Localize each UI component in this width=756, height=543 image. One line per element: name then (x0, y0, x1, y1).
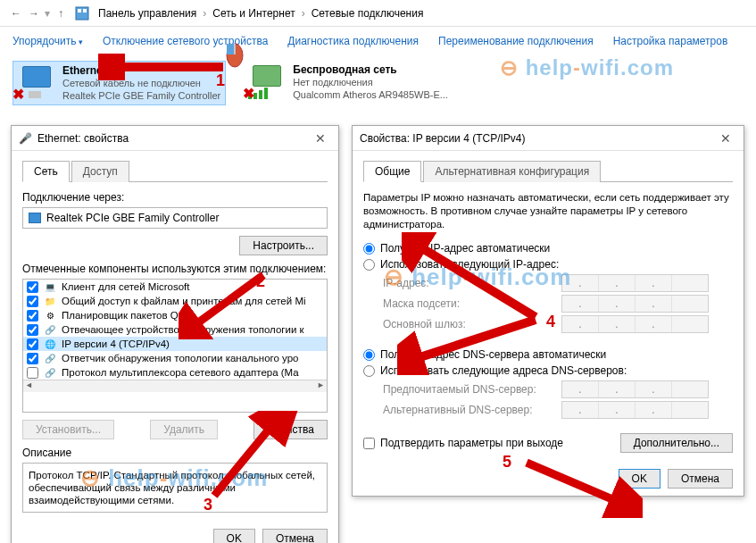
adapter-box: Realtek PCIe GBE Family Controller (22, 207, 328, 229)
list-item: 🔗Отвечающее устройство обнаружения топол… (23, 322, 327, 337)
settings-link[interactable]: Настройка параметров (613, 35, 728, 47)
ok-button[interactable]: OK (213, 529, 255, 543)
share-icon: 📁 (44, 295, 56, 307)
annotation-2: 2 (256, 272, 265, 291)
tab-access[interactable]: Доступ (71, 161, 129, 182)
tab-network[interactable]: Сеть (22, 161, 70, 182)
mux-icon: 🔗 (44, 366, 56, 379)
dns-alt-input: ... (561, 401, 709, 419)
arrow-5 (518, 455, 643, 518)
connect-via-label: Подключение через: (22, 191, 328, 204)
annotation-3: 3 (204, 496, 212, 514)
svg-line-8 (214, 420, 277, 496)
list-item: 💻Клиент для сетей Microsoft (23, 280, 327, 294)
diagnose-link[interactable]: Диагностика подключения (287, 35, 419, 47)
list-item: ⚙Планировщик пакетов QoS (23, 308, 327, 322)
nav-up[interactable]: ↑ (52, 4, 70, 22)
tab-alt-config[interactable]: Альтернативная конфигурация (423, 161, 601, 182)
close-icon[interactable]: ✕ (715, 131, 736, 146)
subnet-mask-input: ... (561, 295, 709, 313)
nav-fwd[interactable]: → (25, 4, 43, 22)
cancel-button[interactable]: Отмена (262, 529, 328, 543)
nav-back[interactable]: ← (7, 4, 25, 22)
svg-line-9 (411, 241, 536, 317)
tab-general[interactable]: Общие (363, 161, 421, 182)
dns-pref-input: ... (561, 380, 709, 398)
toolbar: Упорядочить Отключение сетевого устройст… (0, 27, 756, 55)
svg-line-11 (527, 463, 625, 505)
rename-link[interactable]: Переименование подключения (438, 35, 594, 47)
arrow-1 (98, 54, 232, 80)
ipv4-icon: 🌐 (44, 338, 56, 350)
confirm-on-exit-checkbox[interactable] (363, 438, 375, 449)
client-icon: 💻 (44, 280, 56, 293)
list-item: 🔗Ответчик обнаружения топологии канально… (23, 351, 327, 365)
scrollbar-horizontal[interactable]: ◄► (23, 380, 327, 392)
close-icon[interactable]: ✕ (310, 131, 331, 146)
svg-rect-2 (83, 9, 87, 13)
arrow-4b (397, 313, 553, 375)
dialog-title: Свойства: IP версии 4 (TCP/IPv4) (360, 132, 526, 145)
components-label: Отмеченные компоненты используются этим … (22, 263, 328, 275)
wifi-icon: ✖ (248, 63, 286, 99)
svg-rect-1 (78, 9, 81, 13)
connection-wifi[interactable]: ✖ Беспроводная сеть Нет подключения Qual… (244, 61, 453, 105)
ethernet-icon: ✖ (18, 64, 55, 100)
ip-manual-radio[interactable] (363, 259, 375, 271)
lltd-icon: 🔗 (44, 323, 56, 336)
responder-icon: 🔗 (44, 352, 56, 364)
dialog-title: Ethernet: свойства (37, 132, 129, 145)
annotation-4: 4 (546, 313, 555, 331)
conn-adapter: Realtek PCIe GBE Family Controller (62, 89, 220, 102)
ip-auto-radio[interactable] (363, 243, 375, 255)
advanced-button[interactable]: Дополнительно... (620, 433, 733, 453)
organize-menu[interactable]: Упорядочить (12, 35, 83, 47)
control-panel-icon (75, 6, 89, 21)
gateway-input: ... (561, 315, 709, 333)
install-button[interactable]: Установить... (22, 420, 114, 439)
arrow-3 (201, 411, 299, 500)
conn-name: Беспроводная сеть (293, 63, 396, 76)
crumb-network-connections[interactable]: Сетевые подключения (308, 5, 428, 21)
conn-status: Нет подключения (293, 76, 448, 88)
crumb-control-panel[interactable]: Панель управления (95, 5, 200, 21)
components-list[interactable]: 💻Клиент для сетей Microsoft 📁Общий досту… (22, 279, 328, 413)
cancel-button[interactable]: Отмена (668, 469, 733, 489)
list-item-ipv4: 🌐IP версии 4 (TCP/IPv4) (23, 337, 327, 351)
dns-auto-radio[interactable] (363, 349, 375, 361)
svg-line-10 (406, 320, 536, 362)
ip-address-input: ... (561, 274, 709, 292)
svg-line-7 (187, 275, 263, 330)
intro-text: Параметры IP можно назначать автоматичес… (363, 191, 733, 231)
adapter-icon (29, 213, 41, 223)
breadcrumb-bar: ← → ▾ ↑ Панель управления › Сеть и Интер… (0, 0, 756, 27)
annotation-5: 5 (503, 453, 511, 472)
list-item: 🔗Протокол мультиплексора сетевого адапте… (23, 365, 327, 380)
crumb-network-internet[interactable]: Сеть и Интернет (209, 5, 298, 21)
tabs: Общие Альтернативная конфигурация (363, 160, 733, 182)
qos-icon: ⚙ (44, 309, 56, 322)
tabs: Сеть Доступ (22, 160, 328, 182)
conn-adapter: Qualcomm Atheros AR9485WB-E... (293, 88, 448, 101)
configure-button[interactable]: Настроить... (239, 236, 328, 255)
dns-manual-radio[interactable] (363, 365, 375, 377)
adapter-name: Realtek PCIe GBE Family Controller (46, 212, 219, 224)
annotation-1: 1 (216, 71, 225, 90)
mic-icon: 🎤 (19, 132, 32, 145)
list-item: 📁Общий доступ к файлам и принтерам для с… (23, 294, 327, 308)
